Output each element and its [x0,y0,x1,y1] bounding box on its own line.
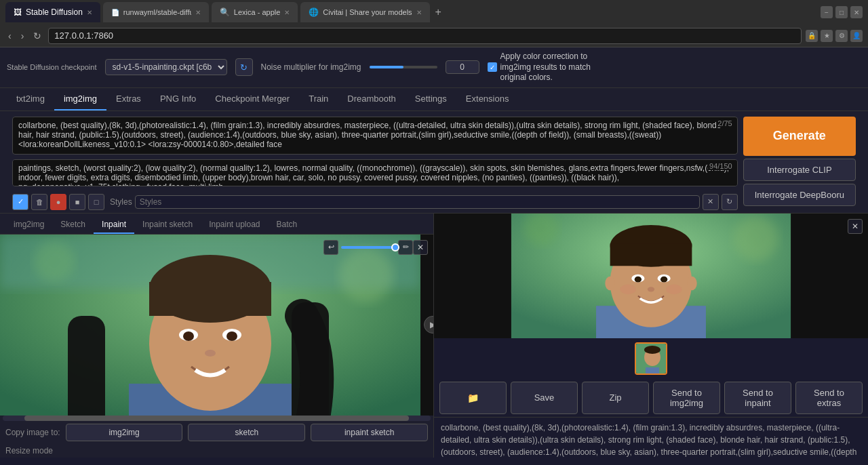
output-image [434,214,868,338]
right-panel: ✕ [434,214,868,458]
style-btn-pink[interactable]: ● [50,194,66,210]
generate-button[interactable]: Generate [743,117,856,156]
output-close-btn[interactable]: ✕ [848,219,863,234]
style-btn-active[interactable]: ✓ [12,194,28,210]
refresh-checkpoint-btn[interactable]: ↻ [235,58,253,76]
minimize-btn[interactable]: − [821,6,833,18]
mode-tab-inpaint-sketch[interactable]: Inpaint sketch [134,216,201,234]
close-btn[interactable]: ✕ [850,6,863,18]
tab2-close-btn[interactable]: ✕ [195,9,201,16]
checkpoint-select[interactable]: sd-v1-5-inpainting.ckpt [c6bbc15e32] [105,59,227,75]
tab3-label: Lexica - apple [234,8,281,16]
resize-mode-label: Resize mode [0,444,433,458]
canvas-scrollbar[interactable] [3,416,431,421]
svg-point-37 [666,284,682,294]
action-buttons-row: 📁 Save Zip Send to img2img Send to inpai… [434,379,868,417]
browser-tab-4[interactable]: 🌐 Civitai | Share your models ✕ [300,2,429,22]
copy-to-img2img-btn[interactable]: img2img [66,424,183,441]
mode-tab-sketch[interactable]: Sketch [52,216,94,234]
zip-button[interactable]: Zip [582,382,649,414]
interrogate-clip-button[interactable]: Interrogate CLIP [743,159,856,181]
forward-button[interactable]: › [18,29,27,43]
mode-tab-inpaint[interactable]: Inpaint [94,216,134,234]
canvas-close-btn[interactable]: ✕ [413,240,428,255]
copy-to-inpaint-sketch-btn[interactable]: inpaint sketch [311,424,428,441]
tab4-close-btn[interactable]: ✕ [416,9,422,16]
output-thumbnail-1[interactable] [635,342,667,375]
canvas-area[interactable]: ↩ ✏ ✕ [0,235,433,416]
tab-txt2img[interactable]: txt2img [7,88,54,110]
top-bar: Stable Diffusion checkpoint sd-v1-5-inpa… [0,47,868,88]
canvas-expand-btn[interactable]: ▶ [424,316,433,333]
tab4-favicon: 🌐 [309,7,319,17]
browser-tab-3[interactable]: 🔍 Lexica - apple ✕ [212,2,298,22]
thumbnail-row [631,338,671,379]
save-button[interactable]: Save [511,382,578,414]
svg-rect-41 [646,367,659,375]
browser-chrome: 🖼 Stable Diffusion ✕ 📄 runwayml/stable-d… [0,0,868,47]
style-refresh-btn[interactable]: ↻ [722,194,738,210]
styles-input[interactable] [135,195,700,209]
tab3-close-btn[interactable]: ✕ [284,9,290,16]
style-btn-dark[interactable]: ■ [69,194,85,210]
send-to-img2img-button[interactable]: Send to img2img [653,382,720,414]
color-correct-text: Apply color correction to img2img result… [500,52,609,83]
svg-point-15 [205,350,216,357]
mode-tab-batch[interactable]: Batch [269,216,306,234]
extension-icon-4[interactable]: 👤 [850,30,863,42]
brush-size-slider[interactable] [341,246,395,249]
svg-point-30 [687,277,697,291]
tab-settings[interactable]: Settings [406,88,456,110]
copy-to-sketch-btn[interactable]: sketch [188,424,305,441]
extension-icon-3[interactable]: ⚙ [835,30,848,42]
browser-tab-2[interactable]: 📄 runwayml/stable-diffusion-inpa... ✕ [103,2,209,22]
positive-prompt-container: collarbone, (best quality),(8k, 3d),(pho… [12,117,738,157]
send-to-extras-button[interactable]: Send to extras [795,382,863,414]
send-to-inpaint-button[interactable]: Send to inpaint [724,382,791,414]
noise-value[interactable]: 0 [446,60,479,74]
generate-interrogate-col: Generate Interrogate CLIP Interrogate De… [743,117,856,206]
canvas-undo-btn[interactable]: ↩ [323,240,338,255]
style-btn-trash[interactable]: 🗑 [31,194,47,210]
svg-point-36 [620,284,636,294]
color-correct-toggle[interactable]: ✓ Apply color correction to img2img resu… [488,52,609,83]
back-button[interactable]: ‹ [5,29,14,43]
svg-point-40 [644,346,660,354]
tab-extras[interactable]: Extras [106,88,151,110]
style-clear-btn[interactable]: ✕ [703,194,719,210]
tab-train[interactable]: Train [299,88,338,110]
tab-img2img[interactable]: img2img [54,88,106,110]
interrogate-deepbooru-button[interactable]: Interrogate DeepBooru [743,184,856,206]
extension-icon-2[interactable]: ★ [821,30,833,42]
extension-icon-1[interactable]: 🔒 [806,30,818,42]
address-input[interactable] [48,28,802,44]
tab2-favicon: 📄 [111,9,119,16]
browser-tab-active[interactable]: 🖼 Stable Diffusion ✕ [5,2,100,22]
canvas-pen-btn[interactable]: ✏ [398,240,413,255]
style-btn-light[interactable]: □ [88,194,104,210]
reload-button[interactable]: ↻ [31,29,44,43]
canvas-toolbar: ↩ ✏ [323,240,413,255]
tab3-favicon: 🔍 [220,7,230,17]
tab-dreambooth[interactable]: Dreambooth [338,88,406,110]
tab-extensions[interactable]: Extensions [456,88,519,110]
mode-tab-img2img[interactable]: img2img [5,216,52,234]
maximize-btn[interactable]: □ [835,6,848,18]
negative-prompt-container: paintings, sketch, (worst quality:2), (l… [12,159,738,188]
tab-checkpoint-merger[interactable]: Checkpoint Merger [205,88,299,110]
main-panels: img2img Sketch Inpaint Inpaint sketch In… [0,214,868,458]
new-tab-button[interactable]: + [433,6,444,18]
noise-slider[interactable] [370,66,437,68]
tab-png-info[interactable]: PNG Info [151,88,205,110]
negative-prompt-input[interactable]: paintings, sketch, (worst quality:2), (l… [12,159,738,186]
tab-bar: 🖼 Stable Diffusion ✕ 📄 runwayml/stable-d… [0,0,868,24]
svg-point-13 [183,331,194,341]
main-nav-tabs: txt2img img2img Extras PNG Info Checkpoi… [0,88,868,111]
tab-close-btn[interactable]: ✕ [87,9,92,16]
svg-point-20 [733,216,778,260]
folder-button[interactable]: 📁 [439,382,507,414]
svg-point-34 [660,277,667,283]
mode-tab-inpaint-upload[interactable]: Inpaint upload [201,216,268,234]
positive-prompt-input[interactable]: collarbone, (best quality),(8k, 3d),(pho… [12,117,738,155]
color-correct-checkbox[interactable]: ✓ [488,62,497,72]
